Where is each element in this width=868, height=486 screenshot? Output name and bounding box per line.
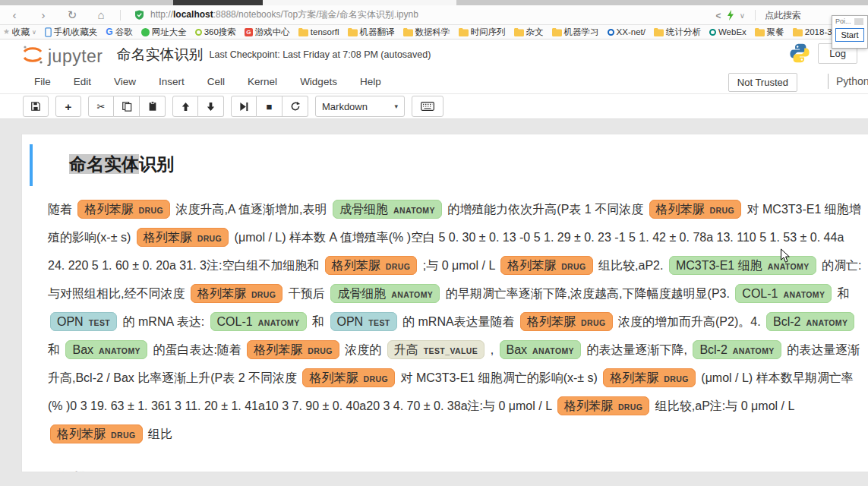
bookmark-item[interactable]: 网址大全	[141, 27, 187, 38]
jupyter-wordmark: jupyter	[48, 48, 103, 65]
url-field[interactable]: http://localhost:8888/notebooks/Top方案/瑞金…	[150, 8, 418, 21]
chevron-down-icon[interactable]: ∨	[740, 11, 745, 20]
bookmark-item[interactable]: 手机收藏夹	[45, 27, 98, 38]
menu-kernel[interactable]: Kernel	[248, 76, 277, 87]
menu-cell[interactable]: Cell	[207, 76, 225, 87]
entity-drug: 格列苯脲DRUG	[603, 368, 696, 387]
entity-anatomy: 成骨细胞ANATOMY	[333, 200, 442, 219]
entity-label: DRUG	[308, 346, 333, 355]
bookmark-label: 360搜索	[204, 27, 236, 38]
arrow-up-icon	[181, 102, 191, 112]
bookmark-label: 网址大全	[152, 27, 187, 38]
bookmark-item[interactable]: WebEx	[709, 27, 746, 36]
entity-label: ANATOMY	[99, 346, 140, 355]
menu-edit[interactable]: Edit	[74, 76, 91, 87]
entity-label: DRUG	[251, 290, 276, 299]
entity-drug: 格列苯脲DRUG	[649, 200, 742, 219]
markdown-cell-heading[interactable]: 命名实体识别	[30, 144, 868, 186]
browser-navbar: ‹ › ↻ ⌂ http://localhost:8888/notebooks/…	[0, 5, 868, 25]
bolt-icon[interactable]	[727, 10, 734, 21]
not-trusted-badge[interactable]: Not Trusted	[728, 73, 797, 92]
paste-icon	[147, 101, 158, 112]
bookmark-label: 机器学习	[564, 27, 599, 38]
notebook-toolbar: + ✂ ■ Markdown▾	[0, 94, 868, 119]
home-icon[interactable]: ⌂	[87, 8, 115, 21]
shield-icon	[134, 10, 144, 20]
bookmark-label: 手机收藏夹	[54, 27, 98, 38]
cell-type-select[interactable]: Markdown▾	[315, 96, 405, 117]
bookmark-item[interactable]: ★收藏∨	[3, 27, 36, 38]
command-palette-button[interactable]	[412, 96, 443, 117]
entity-label: DRUG	[710, 206, 735, 215]
save-button[interactable]	[23, 96, 49, 117]
folder-icon	[755, 28, 765, 36]
menu-file[interactable]: File	[34, 76, 51, 87]
folder-icon	[403, 28, 413, 36]
bookmark-item[interactable]: XX-net/	[608, 27, 645, 36]
bookmark-item[interactable]: 机器翻译	[348, 27, 395, 38]
bookmark-item[interactable]: 时间序列	[459, 27, 506, 38]
bookmark-item[interactable]: 机器学习	[552, 27, 599, 38]
menu-widgets[interactable]: Widgets	[300, 76, 337, 87]
folder-icon	[552, 28, 562, 36]
bookmark-item[interactable]: 数据科学	[403, 27, 450, 38]
selected-text: 命名实体	[69, 154, 139, 174]
folder-icon	[348, 28, 358, 36]
arrow-down-icon	[206, 102, 216, 112]
share-icon[interactable]: <	[715, 10, 721, 21]
reload-icon[interactable]: ↻	[58, 8, 87, 22]
jupyter-planet-icon	[21, 44, 44, 65]
browser-window: ‹ › ↻ ⌂ http://localhost:8888/notebooks/…	[0, 0, 868, 486]
folder-icon	[298, 28, 308, 36]
cut-button[interactable]: ✂	[88, 96, 114, 117]
jupyter-logo[interactable]: jupyter	[21, 44, 103, 65]
add-cell-button[interactable]: +	[55, 96, 81, 117]
back-icon[interactable]: ‹	[0, 8, 29, 21]
paste-button[interactable]	[140, 96, 166, 117]
bookmark-item[interactable]: tensorfl	[298, 27, 339, 36]
entity-anatomy: BaxANATOMY	[500, 340, 582, 359]
bookmark-item[interactable]: 360搜索	[195, 27, 236, 38]
markdown-cell-paragraph[interactable]: 随着 格列苯脲DRUG 浓度升高,A 值逐渐增加,表明 成骨细胞ANATOMY …	[22, 186, 868, 449]
markdown-cell-section2[interactable]: 网络模型	[22, 449, 868, 472]
restart-kernel-button[interactable]	[282, 96, 308, 117]
entity-drug: 格列苯脲DRUG	[557, 396, 650, 415]
browser-tab[interactable]	[173, 0, 263, 5]
chevron-down-icon: ∨	[32, 29, 36, 36]
entity-label: DRUG	[664, 374, 689, 383]
browser-tabstrip[interactable]	[0, 0, 868, 5]
url-prefix: http://	[150, 9, 173, 20]
bookmark-item[interactable]: 统计分析	[654, 27, 701, 38]
checkpoint-status: Last Checkpoint: Last Friday at 7:08 PM …	[210, 49, 431, 60]
copy-button[interactable]	[114, 96, 140, 117]
bookmark-item[interactable]: G谷歌	[106, 27, 132, 38]
entity-label: DRUG	[138, 206, 163, 215]
restart-icon	[290, 101, 301, 112]
interrupt-kernel-button[interactable]: ■	[257, 96, 282, 117]
move-cell-up-button[interactable]	[172, 96, 198, 117]
bookmark-item[interactable]: 杂文	[514, 27, 544, 38]
dropdown-arrow-icon: ▾	[394, 103, 398, 110]
divider	[120, 10, 121, 21]
entity-label: DRUG	[561, 262, 586, 271]
search-hint[interactable]: 点此搜索	[765, 9, 801, 22]
entity-label: TEST_VALUE	[424, 346, 478, 355]
bookmark-label: 数据科学	[415, 27, 450, 38]
start-button[interactable]: Start	[835, 28, 864, 42]
move-cell-down-button[interactable]	[198, 96, 224, 117]
bookmark-item[interactable]: 聚餐	[755, 27, 784, 38]
bookmark-item[interactable]: G游戏中心	[245, 27, 290, 38]
kernel-name: Python 3	[836, 75, 868, 87]
run-cell-button[interactable]	[231, 96, 257, 117]
menu-insert[interactable]: Insert	[159, 76, 185, 87]
notebook-title[interactable]: 命名实体识别	[117, 45, 204, 65]
ring-icon	[608, 29, 614, 36]
forward-icon[interactable]: ›	[29, 8, 58, 21]
browser-tab-active[interactable]	[263, 0, 456, 5]
menu-view[interactable]: View	[114, 76, 136, 87]
entity-label: DRUG	[363, 374, 388, 383]
entity-test_value: 升高TEST_VALUE	[387, 340, 485, 359]
bookmark-label: WebEx	[718, 27, 746, 36]
bookmark-item[interactable]: 2018-3	[793, 27, 832, 36]
menu-help[interactable]: Help	[360, 76, 381, 87]
